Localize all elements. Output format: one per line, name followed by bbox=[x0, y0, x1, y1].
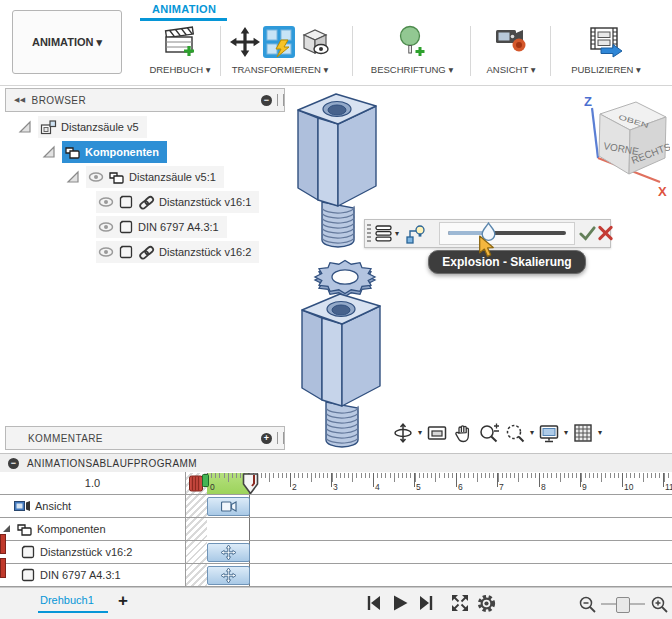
caret-down-icon[interactable]: ▾ bbox=[530, 429, 534, 437]
row-modified-mark bbox=[0, 534, 6, 554]
toolbar-drag-handle[interactable] bbox=[367, 224, 371, 243]
timeline-panel-title: ANIMATIONSABLAUFPROGRAMM bbox=[27, 458, 197, 469]
publish-video-button[interactable] bbox=[587, 26, 625, 58]
browser-panel-header[interactable]: ◀◀ BROWSER − bbox=[5, 88, 285, 112]
playback-settings-button[interactable] bbox=[475, 592, 497, 614]
tree-row-distanzsaeule-v51[interactable]: Distanzsäule v5:1 bbox=[66, 166, 224, 188]
tree-row-distanzstueck-v162[interactable]: Distanzstück v16:2 bbox=[96, 241, 259, 263]
browser-panel-grip[interactable] bbox=[277, 94, 284, 106]
eye-icon[interactable] bbox=[98, 245, 114, 259]
expand-triangle-icon[interactable] bbox=[2, 524, 12, 534]
browser-collapse-icon[interactable]: ◀◀ bbox=[14, 96, 26, 104]
timeline-zoom-controls bbox=[576, 593, 670, 615]
tree-label[interactable]: Distanzsäule v5:1 bbox=[129, 171, 216, 183]
add-storyboard-button[interactable]: + bbox=[118, 591, 128, 611]
go-to-start-button[interactable] bbox=[363, 592, 385, 614]
eye-icon[interactable] bbox=[88, 170, 104, 184]
eye-icon[interactable] bbox=[98, 220, 114, 234]
display-settings-button[interactable] bbox=[538, 422, 560, 444]
timeline-zoom-out-button[interactable] bbox=[576, 593, 598, 615]
view-camera-button[interactable] bbox=[494, 26, 528, 58]
tree-label[interactable]: Komponenten bbox=[85, 146, 159, 158]
move-action-icon bbox=[221, 545, 236, 560]
look-at-button[interactable] bbox=[426, 422, 448, 444]
grid-settings-button[interactable] bbox=[572, 422, 594, 444]
comments-panel-grip[interactable] bbox=[277, 432, 284, 444]
body-icon bbox=[118, 219, 134, 235]
zoom-slider-handle[interactable] bbox=[616, 597, 630, 613]
timeline-zoom-in-button[interactable] bbox=[648, 593, 670, 615]
tree-label[interactable]: Distanzstück v16:1 bbox=[159, 196, 251, 208]
timeline-row-label[interactable]: Ansicht bbox=[35, 500, 71, 512]
fit-timeline-button[interactable] bbox=[449, 592, 471, 614]
workspace-selector-button[interactable]: ANIMATION ▾ bbox=[12, 10, 122, 74]
timeline-panel-header[interactable]: − ANIMATIONSABLAUFPROGRAMM bbox=[0, 453, 672, 474]
timeline-row-din6797[interactable]: DIN 6797 A4.3:1 bbox=[0, 564, 205, 586]
tree-label[interactable]: Distanzsäule v5 bbox=[61, 121, 139, 133]
tab-animation[interactable]: ANIMATION bbox=[152, 3, 216, 15]
toolbar-group-transformieren-label[interactable]: TRANSFORMIEREN ▾ bbox=[232, 64, 329, 75]
move-components-button[interactable] bbox=[230, 27, 260, 57]
timeline-row-label[interactable]: DIN 6797 A4.3:1 bbox=[40, 569, 121, 581]
tree-row-din6797[interactable]: DIN 6797 A4.3:1 bbox=[96, 216, 227, 238]
storyboard-tab[interactable]: Drehbuch1 bbox=[40, 594, 94, 606]
storyboard-button[interactable] bbox=[163, 26, 197, 58]
tree-label[interactable]: Distanzstück v16:2 bbox=[159, 246, 251, 258]
tree-label[interactable]: DIN 6797 A4.3:1 bbox=[138, 221, 219, 233]
go-to-end-button[interactable] bbox=[415, 592, 437, 614]
timeline-current-time[interactable]: 1.0 bbox=[0, 472, 185, 494]
toolbar-group-ansicht-label[interactable]: ANSICHT ▾ bbox=[487, 64, 536, 75]
viewcube[interactable]: OBEN VORNE RECHTS Z X bbox=[570, 92, 670, 204]
ruler-minor-ticks bbox=[207, 473, 669, 478]
playhead[interactable] bbox=[242, 473, 259, 495]
confirm-button[interactable] bbox=[579, 225, 596, 241]
timeline-row-label[interactable]: Distanzstück v16:2 bbox=[40, 546, 132, 558]
callout-button[interactable] bbox=[397, 25, 427, 59]
timeline-start-marker[interactable] bbox=[189, 474, 209, 493]
viewcube-z-label: Z bbox=[584, 94, 592, 109]
eye-icon[interactable] bbox=[98, 195, 114, 209]
comments-expand-badge-icon[interactable]: + bbox=[261, 433, 272, 444]
ruler-label: 4 bbox=[375, 482, 380, 492]
zoom-window-button[interactable] bbox=[504, 422, 526, 444]
move-action-block[interactable] bbox=[207, 566, 250, 585]
caret-down-icon[interactable]: ▾ bbox=[418, 429, 422, 437]
expand-triangle-icon[interactable] bbox=[42, 145, 56, 159]
camera-action-block[interactable] bbox=[207, 497, 250, 516]
toolbar-group-drehbuch-label[interactable]: DREHBUCH ▾ bbox=[149, 64, 210, 75]
explode-order-button[interactable]: ▾ bbox=[375, 225, 399, 242]
browser-panel-title: BROWSER bbox=[32, 95, 86, 106]
toolbar-group-beschriftung-label[interactable]: BESCHRIFTUNG ▾ bbox=[371, 64, 453, 75]
zoom-button[interactable] bbox=[478, 422, 500, 444]
caret-down-icon[interactable]: ▾ bbox=[598, 429, 602, 437]
ruler-label: 0 bbox=[210, 482, 215, 492]
pan-button[interactable] bbox=[452, 422, 474, 444]
move-action-block[interactable] bbox=[207, 543, 250, 562]
skip-to-start-icon bbox=[364, 593, 384, 613]
model-exploded-standoff-assembly[interactable] bbox=[262, 82, 432, 454]
browser-collapse-badge-icon[interactable]: − bbox=[261, 95, 272, 106]
show-hide-button[interactable] bbox=[298, 27, 330, 57]
toolbar-group-publizieren-label[interactable]: PUBLIZIEREN ▾ bbox=[571, 64, 641, 75]
tree-row-distanzstueck-v161[interactable]: Distanzstück v16:1 bbox=[96, 191, 259, 213]
explode-scale-slider[interactable] bbox=[439, 222, 575, 245]
fit-arrows-icon bbox=[450, 593, 470, 613]
trail-visibility-button[interactable] bbox=[406, 224, 426, 244]
play-button[interactable] bbox=[389, 592, 411, 614]
timeline-row-label[interactable]: Komponenten bbox=[37, 523, 106, 535]
expand-triangle-icon[interactable] bbox=[18, 120, 32, 134]
comments-panel-header[interactable]: KOMMENTARE + bbox=[5, 426, 285, 450]
timeline-row-komponenten[interactable]: Komponenten bbox=[0, 518, 187, 540]
tree-row-komponenten[interactable]: Komponenten bbox=[42, 141, 167, 163]
cancel-button[interactable] bbox=[597, 225, 614, 241]
timeline-row-distanzstueck[interactable]: Distanzstück v16:2 bbox=[0, 541, 205, 563]
caret-down-icon[interactable]: ▾ bbox=[564, 429, 568, 437]
timeline-zoom-slider[interactable] bbox=[601, 597, 645, 611]
expand-triangle-icon[interactable] bbox=[66, 170, 80, 184]
toolbar-separator bbox=[470, 26, 471, 76]
timeline-row-ansicht[interactable]: Ansicht bbox=[0, 495, 199, 517]
tree-row-root[interactable]: Distanzsäule v5 bbox=[18, 116, 147, 138]
orbit-button[interactable] bbox=[392, 422, 414, 444]
timeline-collapse-badge-icon[interactable]: − bbox=[8, 458, 19, 469]
auto-explode-button[interactable] bbox=[263, 26, 295, 58]
